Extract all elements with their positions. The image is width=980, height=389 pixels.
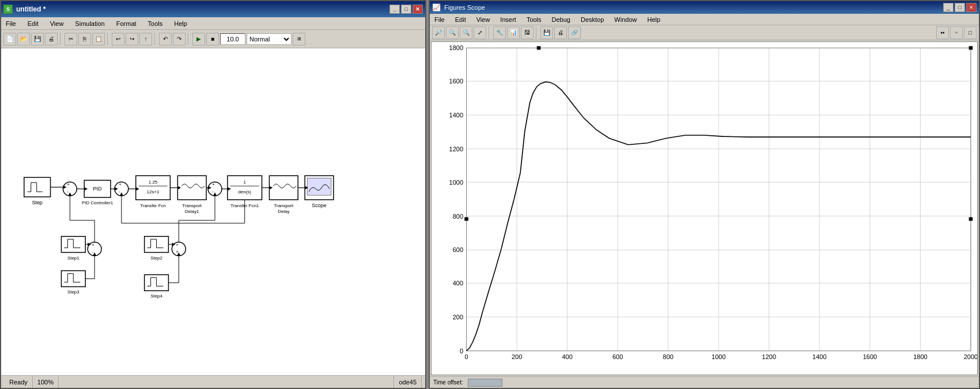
svg-text:1800: 1800 [449, 45, 464, 52]
scope-tb1[interactable]: 🔎 [432, 26, 445, 39]
undo2-button[interactable]: ↶ [159, 33, 172, 45]
undo-button[interactable]: ↩ [112, 33, 124, 45]
menu-file[interactable]: File [3, 19, 18, 28]
scope-menu-help[interactable]: Help [645, 15, 663, 24]
svg-text:+: + [119, 182, 122, 187]
run-button[interactable]: ▶ [192, 33, 205, 45]
scope-minimize[interactable]: _ [943, 3, 953, 12]
svg-text:Transfer Fcn: Transfer Fcn [140, 203, 166, 208]
ready-status: Ready [5, 376, 33, 388]
svg-text:+: + [92, 242, 94, 247]
svg-text:400: 400 [453, 280, 463, 287]
scope-plot-area[interactable]: 0 200 400 600 800 1000 1200 1400 1600 18… [431, 41, 978, 375]
menu-format[interactable]: Format [114, 19, 139, 28]
empty-status [59, 376, 394, 388]
menu-view[interactable]: View [48, 19, 66, 28]
save-button[interactable]: 💾 [31, 33, 44, 45]
simulink-diagram: Step + - PID PID Controller1 + - 1.25 12… [1, 48, 425, 375]
svg-rect-0 [24, 177, 51, 197]
menu-simulation[interactable]: Simulation [73, 19, 107, 28]
svg-text:-: - [212, 189, 214, 194]
scope-tb2[interactable]: 🔍 [446, 26, 459, 39]
menu-help[interactable]: Help [172, 19, 190, 28]
simulink-menu-bar: File Edit View Simulation Format Tools H… [1, 17, 425, 30]
scope-menu-insert[interactable]: Insert [498, 15, 519, 24]
sep4 [188, 33, 190, 45]
svg-rect-134 [969, 46, 973, 49]
redo2-button[interactable]: ↷ [173, 33, 186, 45]
svg-text:-: - [67, 189, 69, 194]
svg-text:Step2: Step2 [150, 255, 162, 261]
simulink-title: untitled * [16, 5, 46, 13]
scope-layout2[interactable]: ▫ [950, 26, 963, 39]
solver-status: ode45 [394, 376, 422, 388]
svg-text:Transport: Transport [182, 203, 202, 208]
svg-text:PID: PID [93, 186, 102, 192]
svg-text:800: 800 [453, 213, 463, 220]
up-button[interactable]: ↑ [139, 33, 152, 45]
svg-rect-133 [537, 46, 541, 49]
scope-menu-window[interactable]: Window [612, 15, 639, 24]
svg-text:1000: 1000 [449, 179, 464, 186]
sep-scope1 [489, 26, 491, 39]
time-offset-value [468, 379, 502, 387]
stop-button[interactable]: ■ [206, 33, 219, 45]
scope-maximize[interactable]: □ [955, 3, 965, 12]
maximize-button[interactable]: □ [401, 5, 411, 14]
scope-menu-desktop[interactable]: Desktop [578, 15, 606, 24]
scope-menu-view[interactable]: View [474, 15, 493, 24]
scope-menu-tools[interactable]: Tools [524, 15, 544, 24]
paste-button[interactable]: 📋 [92, 33, 105, 45]
scope-plot-svg: 0 200 400 600 800 1000 1200 1400 1600 18… [432, 42, 977, 375]
svg-text:1800: 1800 [913, 353, 928, 360]
scope-status-bar: Time offset: [430, 376, 979, 388]
scope-title: Figures Scope [444, 4, 485, 11]
minimize-button[interactable]: _ [389, 5, 400, 14]
sep-scope2 [536, 26, 538, 39]
scope-tb5[interactable]: 🔧 [493, 26, 506, 39]
title-bar-left: S untitled * [3, 5, 46, 14]
svg-text:1000: 1000 [712, 353, 726, 360]
svg-text:1200: 1200 [449, 146, 464, 152]
svg-text:0: 0 [465, 353, 468, 360]
scope-tb10[interactable]: 🔗 [568, 26, 581, 39]
scope-close[interactable]: ✕ [966, 3, 977, 12]
simulink-canvas[interactable]: Step + - PID PID Controller1 + - 1.25 12… [1, 48, 425, 375]
svg-text:200: 200 [512, 353, 522, 360]
scope-menu-file[interactable]: File [432, 15, 447, 24]
svg-text:Delay1: Delay1 [185, 209, 199, 214]
time-offset-label: Time offset: [433, 379, 463, 386]
svg-text:400: 400 [562, 353, 572, 360]
scope-title-buttons: _ □ ✕ [943, 3, 977, 12]
scope-layout3[interactable]: □ [964, 26, 977, 39]
scope-menu-edit[interactable]: Edit [453, 15, 468, 24]
scope-title-bar: 📈 Figures Scope _ □ ✕ [430, 1, 979, 14]
scope-tb8[interactable]: 💾 [540, 26, 553, 39]
svg-text:600: 600 [453, 247, 463, 254]
scope-menu-debug[interactable]: Debug [550, 15, 573, 24]
copy-button[interactable]: ⎘ [78, 33, 91, 45]
svg-text:0: 0 [460, 348, 463, 354]
new-button[interactable]: 📄 [3, 33, 16, 45]
scope-layout1[interactable]: ▪▪ [936, 26, 949, 39]
scope-tb7[interactable]: 🖫 [521, 26, 533, 39]
close-button[interactable]: ✕ [413, 5, 423, 14]
scope-tb9[interactable]: 🖨 [554, 26, 567, 39]
scope-tb3[interactable]: 🔍 [460, 26, 472, 39]
svg-text:Step: Step [32, 200, 42, 205]
cut-button[interactable]: ✂ [65, 33, 77, 45]
open-button[interactable]: 📂 [17, 33, 30, 45]
svg-text:Scope: Scope [312, 203, 326, 208]
sim-time-input[interactable] [220, 33, 245, 45]
menu-tools[interactable]: Tools [146, 19, 165, 28]
svg-text:+: + [212, 182, 215, 187]
redo-button[interactable]: ↪ [126, 33, 138, 45]
menu-edit[interactable]: Edit [25, 19, 41, 28]
fit-button[interactable]: ⊞ [293, 33, 305, 45]
scope-tb4[interactable]: ⤢ [474, 26, 486, 39]
simulink-toolbar: 📄 📂 💾 🖨 ✂ ⎘ 📋 ↩ ↪ ↑ ↶ ↷ ▶ ■ Normal Accel… [1, 30, 425, 48]
sim-mode-select[interactable]: Normal Accelerator [247, 33, 292, 45]
svg-text:600: 600 [612, 353, 623, 360]
scope-tb6[interactable]: 📊 [507, 26, 520, 39]
print-button[interactable]: 🖨 [45, 33, 58, 45]
